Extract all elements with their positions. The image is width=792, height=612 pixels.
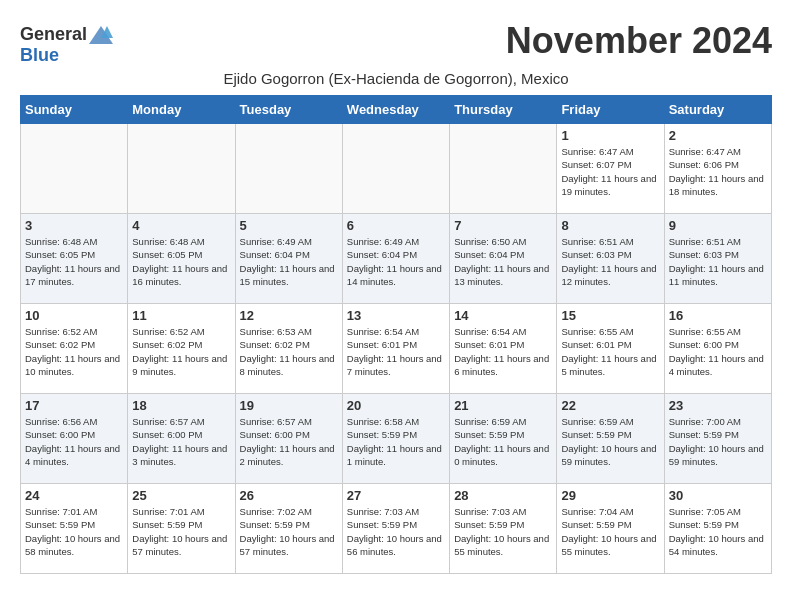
day-info: Sunrise: 6:55 AM Sunset: 6:00 PM Dayligh… bbox=[669, 325, 767, 378]
header: General Blue November 2024 bbox=[20, 20, 772, 66]
calendar-day-cell: 11Sunrise: 6:52 AM Sunset: 6:02 PM Dayli… bbox=[128, 304, 235, 394]
day-info: Sunrise: 6:59 AM Sunset: 5:59 PM Dayligh… bbox=[454, 415, 552, 468]
day-number: 2 bbox=[669, 128, 767, 143]
calendar-day-cell: 7Sunrise: 6:50 AM Sunset: 6:04 PM Daylig… bbox=[450, 214, 557, 304]
day-number: 20 bbox=[347, 398, 445, 413]
calendar-day-cell: 16Sunrise: 6:55 AM Sunset: 6:00 PM Dayli… bbox=[664, 304, 771, 394]
day-info: Sunrise: 6:59 AM Sunset: 5:59 PM Dayligh… bbox=[561, 415, 659, 468]
day-number: 21 bbox=[454, 398, 552, 413]
calendar-day-cell: 22Sunrise: 6:59 AM Sunset: 5:59 PM Dayli… bbox=[557, 394, 664, 484]
day-info: Sunrise: 6:51 AM Sunset: 6:03 PM Dayligh… bbox=[561, 235, 659, 288]
day-number: 11 bbox=[132, 308, 230, 323]
calendar-day-cell bbox=[128, 124, 235, 214]
day-header-wednesday: Wednesday bbox=[342, 96, 449, 124]
day-header-saturday: Saturday bbox=[664, 96, 771, 124]
calendar-day-cell: 1Sunrise: 6:47 AM Sunset: 6:07 PM Daylig… bbox=[557, 124, 664, 214]
day-info: Sunrise: 6:50 AM Sunset: 6:04 PM Dayligh… bbox=[454, 235, 552, 288]
day-header-monday: Monday bbox=[128, 96, 235, 124]
day-info: Sunrise: 6:52 AM Sunset: 6:02 PM Dayligh… bbox=[25, 325, 123, 378]
day-info: Sunrise: 6:56 AM Sunset: 6:00 PM Dayligh… bbox=[25, 415, 123, 468]
day-info: Sunrise: 6:57 AM Sunset: 6:00 PM Dayligh… bbox=[240, 415, 338, 468]
day-info: Sunrise: 7:03 AM Sunset: 5:59 PM Dayligh… bbox=[347, 505, 445, 558]
day-info: Sunrise: 6:47 AM Sunset: 6:06 PM Dayligh… bbox=[669, 145, 767, 198]
calendar-day-cell bbox=[342, 124, 449, 214]
calendar-day-cell: 30Sunrise: 7:05 AM Sunset: 5:59 PM Dayli… bbox=[664, 484, 771, 574]
logo-icon bbox=[89, 26, 113, 44]
day-number: 5 bbox=[240, 218, 338, 233]
calendar-day-cell: 9Sunrise: 6:51 AM Sunset: 6:03 PM Daylig… bbox=[664, 214, 771, 304]
day-info: Sunrise: 7:04 AM Sunset: 5:59 PM Dayligh… bbox=[561, 505, 659, 558]
calendar-day-cell: 15Sunrise: 6:55 AM Sunset: 6:01 PM Dayli… bbox=[557, 304, 664, 394]
calendar-table: SundayMondayTuesdayWednesdayThursdayFrid… bbox=[20, 95, 772, 574]
day-number: 6 bbox=[347, 218, 445, 233]
calendar-day-cell: 25Sunrise: 7:01 AM Sunset: 5:59 PM Dayli… bbox=[128, 484, 235, 574]
calendar-day-cell: 12Sunrise: 6:53 AM Sunset: 6:02 PM Dayli… bbox=[235, 304, 342, 394]
calendar-day-cell: 18Sunrise: 6:57 AM Sunset: 6:00 PM Dayli… bbox=[128, 394, 235, 484]
day-number: 25 bbox=[132, 488, 230, 503]
day-header-tuesday: Tuesday bbox=[235, 96, 342, 124]
calendar-day-cell: 20Sunrise: 6:58 AM Sunset: 5:59 PM Dayli… bbox=[342, 394, 449, 484]
calendar-header-row: SundayMondayTuesdayWednesdayThursdayFrid… bbox=[21, 96, 772, 124]
calendar-week-row: 3Sunrise: 6:48 AM Sunset: 6:05 PM Daylig… bbox=[21, 214, 772, 304]
calendar-week-row: 24Sunrise: 7:01 AM Sunset: 5:59 PM Dayli… bbox=[21, 484, 772, 574]
month-title: November 2024 bbox=[506, 20, 772, 62]
day-number: 24 bbox=[25, 488, 123, 503]
calendar-day-cell: 17Sunrise: 6:56 AM Sunset: 6:00 PM Dayli… bbox=[21, 394, 128, 484]
day-number: 13 bbox=[347, 308, 445, 323]
calendar-day-cell: 4Sunrise: 6:48 AM Sunset: 6:05 PM Daylig… bbox=[128, 214, 235, 304]
day-number: 16 bbox=[669, 308, 767, 323]
day-info: Sunrise: 6:48 AM Sunset: 6:05 PM Dayligh… bbox=[132, 235, 230, 288]
day-number: 30 bbox=[669, 488, 767, 503]
day-number: 4 bbox=[132, 218, 230, 233]
day-info: Sunrise: 6:47 AM Sunset: 6:07 PM Dayligh… bbox=[561, 145, 659, 198]
day-info: Sunrise: 6:49 AM Sunset: 6:04 PM Dayligh… bbox=[347, 235, 445, 288]
day-info: Sunrise: 6:52 AM Sunset: 6:02 PM Dayligh… bbox=[132, 325, 230, 378]
calendar-day-cell: 10Sunrise: 6:52 AM Sunset: 6:02 PM Dayli… bbox=[21, 304, 128, 394]
calendar-day-cell: 26Sunrise: 7:02 AM Sunset: 5:59 PM Dayli… bbox=[235, 484, 342, 574]
calendar-day-cell bbox=[235, 124, 342, 214]
day-header-friday: Friday bbox=[557, 96, 664, 124]
calendar-week-row: 1Sunrise: 6:47 AM Sunset: 6:07 PM Daylig… bbox=[21, 124, 772, 214]
day-number: 19 bbox=[240, 398, 338, 413]
day-info: Sunrise: 6:55 AM Sunset: 6:01 PM Dayligh… bbox=[561, 325, 659, 378]
day-number: 3 bbox=[25, 218, 123, 233]
day-number: 22 bbox=[561, 398, 659, 413]
day-number: 27 bbox=[347, 488, 445, 503]
day-number: 7 bbox=[454, 218, 552, 233]
day-info: Sunrise: 7:03 AM Sunset: 5:59 PM Dayligh… bbox=[454, 505, 552, 558]
day-header-sunday: Sunday bbox=[21, 96, 128, 124]
day-number: 14 bbox=[454, 308, 552, 323]
day-header-thursday: Thursday bbox=[450, 96, 557, 124]
logo-general: General bbox=[20, 24, 87, 45]
calendar-day-cell bbox=[21, 124, 128, 214]
calendar-day-cell: 21Sunrise: 6:59 AM Sunset: 5:59 PM Dayli… bbox=[450, 394, 557, 484]
calendar-day-cell: 23Sunrise: 7:00 AM Sunset: 5:59 PM Dayli… bbox=[664, 394, 771, 484]
day-info: Sunrise: 7:01 AM Sunset: 5:59 PM Dayligh… bbox=[132, 505, 230, 558]
calendar-day-cell: 14Sunrise: 6:54 AM Sunset: 6:01 PM Dayli… bbox=[450, 304, 557, 394]
day-info: Sunrise: 7:00 AM Sunset: 5:59 PM Dayligh… bbox=[669, 415, 767, 468]
subtitle: Ejido Gogorron (Ex-Hacienda de Gogorron)… bbox=[20, 70, 772, 87]
calendar-day-cell: 6Sunrise: 6:49 AM Sunset: 6:04 PM Daylig… bbox=[342, 214, 449, 304]
calendar-day-cell: 13Sunrise: 6:54 AM Sunset: 6:01 PM Dayli… bbox=[342, 304, 449, 394]
day-info: Sunrise: 6:51 AM Sunset: 6:03 PM Dayligh… bbox=[669, 235, 767, 288]
day-info: Sunrise: 7:02 AM Sunset: 5:59 PM Dayligh… bbox=[240, 505, 338, 558]
calendar-day-cell: 2Sunrise: 6:47 AM Sunset: 6:06 PM Daylig… bbox=[664, 124, 771, 214]
day-number: 29 bbox=[561, 488, 659, 503]
day-info: Sunrise: 6:58 AM Sunset: 5:59 PM Dayligh… bbox=[347, 415, 445, 468]
day-number: 26 bbox=[240, 488, 338, 503]
day-info: Sunrise: 6:54 AM Sunset: 6:01 PM Dayligh… bbox=[454, 325, 552, 378]
day-number: 18 bbox=[132, 398, 230, 413]
calendar-day-cell: 28Sunrise: 7:03 AM Sunset: 5:59 PM Dayli… bbox=[450, 484, 557, 574]
day-number: 28 bbox=[454, 488, 552, 503]
calendar-day-cell: 24Sunrise: 7:01 AM Sunset: 5:59 PM Dayli… bbox=[21, 484, 128, 574]
day-info: Sunrise: 7:05 AM Sunset: 5:59 PM Dayligh… bbox=[669, 505, 767, 558]
day-number: 10 bbox=[25, 308, 123, 323]
day-number: 12 bbox=[240, 308, 338, 323]
day-info: Sunrise: 6:48 AM Sunset: 6:05 PM Dayligh… bbox=[25, 235, 123, 288]
logo-blue: Blue bbox=[20, 45, 59, 66]
day-number: 23 bbox=[669, 398, 767, 413]
calendar-day-cell: 3Sunrise: 6:48 AM Sunset: 6:05 PM Daylig… bbox=[21, 214, 128, 304]
calendar-day-cell: 8Sunrise: 6:51 AM Sunset: 6:03 PM Daylig… bbox=[557, 214, 664, 304]
calendar-day-cell: 19Sunrise: 6:57 AM Sunset: 6:00 PM Dayli… bbox=[235, 394, 342, 484]
day-info: Sunrise: 6:54 AM Sunset: 6:01 PM Dayligh… bbox=[347, 325, 445, 378]
